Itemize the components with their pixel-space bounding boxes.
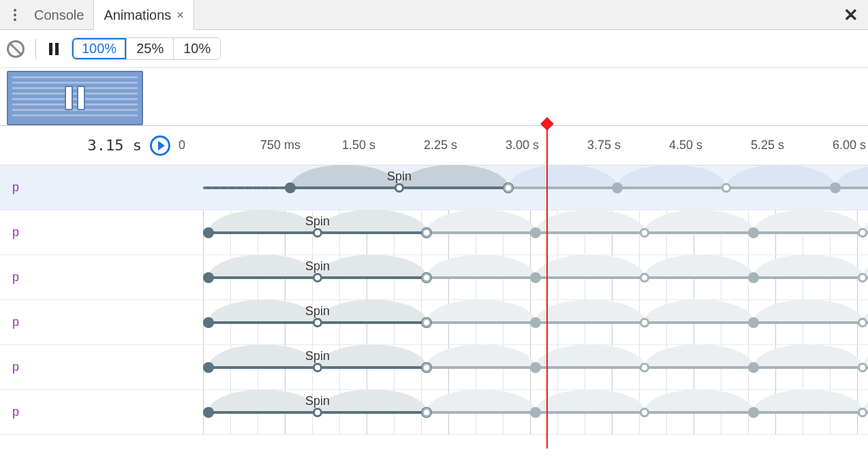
keyframe-node[interactable] <box>313 408 322 417</box>
animation-name-label: Spin <box>305 394 330 408</box>
close-panel-icon[interactable]: ✕ <box>843 4 858 25</box>
keyframe-node[interactable] <box>748 362 759 373</box>
ruler-tick: 0 <box>179 126 185 165</box>
keyframe-node[interactable] <box>422 318 431 327</box>
animation-name-label: Spin <box>305 349 330 363</box>
track-element-label: p <box>0 360 198 374</box>
track-timeline[interactable]: Spin <box>198 300 868 344</box>
keyframe-node[interactable] <box>503 183 513 193</box>
speed-10-button[interactable]: 10% <box>174 38 220 59</box>
tab-bar: Console Animations × ✕ <box>0 0 868 30</box>
keyframe-node[interactable] <box>640 228 649 238</box>
track-row[interactable]: pSpin <box>0 210 868 255</box>
keyframe-node[interactable] <box>748 317 759 328</box>
keyframe-node[interactable] <box>285 182 296 193</box>
track-element-label: p <box>0 315 198 329</box>
keyframe-node[interactable] <box>748 227 759 238</box>
keyframe-node[interactable] <box>530 407 541 418</box>
ruler-tick: 3.00 s <box>506 126 539 165</box>
keyframe-node[interactable] <box>422 363 431 372</box>
track-row[interactable]: pSpin <box>0 390 868 435</box>
animations-toolbar: 100% 25% 10% <box>0 30 868 68</box>
animation-name-label: Spin <box>305 259 330 274</box>
keyframe-node[interactable] <box>394 183 404 193</box>
keyframe-node[interactable] <box>203 362 214 373</box>
keyframe-node[interactable] <box>612 182 623 193</box>
track-row[interactable]: pSpin <box>0 345 868 390</box>
track-timeline[interactable]: Spin <box>198 210 868 255</box>
keyframe-node[interactable] <box>748 407 759 418</box>
track-element-label: p <box>0 405 198 419</box>
keyframe-node[interactable] <box>422 273 431 282</box>
keyframe-node[interactable] <box>530 272 541 283</box>
tab-animations[interactable]: Animations × <box>93 0 193 30</box>
playback-speed-group: 100% 25% 10% <box>72 37 221 60</box>
track-element-label: p <box>0 180 198 195</box>
keyframe-node[interactable] <box>313 363 322 372</box>
tracks-area: pSpinpSpinpSpinpSpinpSpinpSpin <box>0 165 868 435</box>
track-timeline[interactable]: Spin <box>198 345 868 389</box>
keyframe-node[interactable] <box>203 227 214 238</box>
animation-name-label: Spin <box>387 169 412 184</box>
ruler-ticks[interactable]: 0750 ms1.50 s2.25 s3.00 s3.75 s4.50 s5.2… <box>179 126 868 165</box>
keyframe-node[interactable] <box>858 408 867 417</box>
keyframe-node[interactable] <box>748 272 759 283</box>
keyframe-node[interactable] <box>203 272 214 283</box>
keyframe-node[interactable] <box>530 317 541 328</box>
track-row[interactable]: pSpin <box>0 300 868 345</box>
speed-25-button[interactable]: 25% <box>127 38 174 59</box>
ruler-tick: 1.50 s <box>342 126 375 165</box>
keyframe-node[interactable] <box>422 408 431 417</box>
keyframe-node[interactable] <box>640 273 649 282</box>
track-element-label: p <box>0 225 198 240</box>
divider <box>35 39 36 59</box>
kebab-menu-icon[interactable] <box>5 5 25 25</box>
current-time-display: 3.15 s <box>0 137 150 154</box>
animation-group-preview-row <box>0 68 868 126</box>
keyframe-node[interactable] <box>313 273 322 282</box>
keyframe-node[interactable] <box>722 183 731 193</box>
pause-icon[interactable] <box>47 42 61 56</box>
keyframe-node[interactable] <box>203 407 214 418</box>
keyframe-node[interactable] <box>640 408 649 417</box>
track-element-label: p <box>0 270 198 284</box>
keyframe-node[interactable] <box>313 318 322 327</box>
keyframe-node[interactable] <box>858 318 867 327</box>
tab-console[interactable]: Console <box>25 0 93 30</box>
keyframe-node[interactable] <box>640 318 649 327</box>
animation-name-label: Spin <box>305 214 330 229</box>
track-timeline[interactable]: Spin <box>198 390 868 434</box>
ruler-tick: 6.00 s <box>833 126 866 165</box>
speed-100-button[interactable]: 100% <box>72 38 127 59</box>
keyframe-node[interactable] <box>203 317 214 328</box>
tab-animations-label: Animations <box>104 0 171 30</box>
keyframe-node[interactable] <box>422 228 431 238</box>
track-row[interactable]: pSpin <box>0 255 868 300</box>
keyframe-node[interactable] <box>640 363 649 372</box>
track-row[interactable]: pSpin <box>0 165 868 210</box>
timeline-ruler: 3.15 s 0750 ms1.50 s2.25 s3.00 s3.75 s4.… <box>0 126 868 165</box>
ruler-tick: 5.25 s <box>751 126 784 165</box>
clear-icon[interactable] <box>7 40 25 58</box>
close-tab-icon[interactable]: × <box>176 0 184 30</box>
play-button[interactable] <box>150 135 170 156</box>
ruler-tick: 4.50 s <box>669 126 702 165</box>
pause-overlay-icon <box>65 86 85 110</box>
ruler-tick: 3.75 s <box>587 126 621 165</box>
keyframe-node[interactable] <box>313 228 322 238</box>
playhead-line[interactable] <box>546 126 548 449</box>
keyframe-node[interactable] <box>530 362 541 373</box>
keyframe-node[interactable] <box>858 273 867 282</box>
track-timeline[interactable]: Spin <box>198 165 868 210</box>
animation-group-thumbnail[interactable] <box>7 71 143 125</box>
keyframe-node[interactable] <box>858 363 867 372</box>
keyframe-node[interactable] <box>830 182 841 193</box>
track-timeline[interactable]: Spin <box>198 255 868 299</box>
keyframe-node[interactable] <box>530 227 541 238</box>
ruler-tick: 2.25 s <box>424 126 457 165</box>
animation-name-label: Spin <box>305 304 330 319</box>
keyframe-node[interactable] <box>858 228 867 238</box>
ruler-tick: 750 ms <box>260 126 300 165</box>
